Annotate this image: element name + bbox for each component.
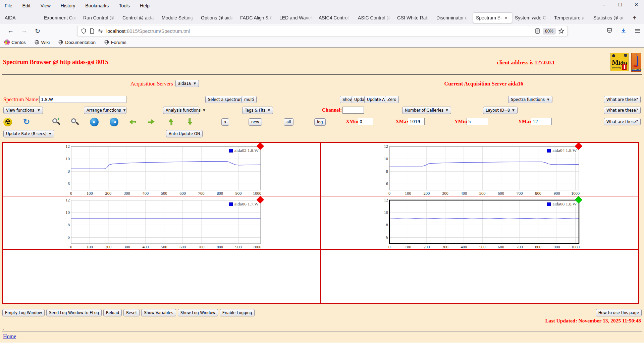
url-bar[interactable]: localhost:8015/Spectrum/Spectrum.tml 80%: [77, 26, 568, 36]
tab-options-aida[interactable]: Options @ aida: [198, 12, 237, 23]
what-are-these-button-2[interactable]: What are these?: [604, 107, 641, 114]
arrow-left-icon[interactable]: [128, 118, 137, 126]
ymin-input[interactable]: [467, 118, 488, 125]
tab-fadc-align-c[interactable]: FADC Align & C: [237, 12, 277, 23]
tags-fits-select[interactable]: Tags & Fits▼: [242, 107, 273, 114]
refresh-icon[interactable]: ↻: [22, 118, 31, 126]
page-info-icon[interactable]: [90, 28, 95, 34]
gallery-cell[interactable]: 01002003004005006007008009001000681012ai…: [321, 142, 639, 196]
tab-module-setting[interactable]: Module Setting: [159, 12, 198, 23]
tab-statistics-ai[interactable]: Statistics @ ai: [591, 12, 630, 23]
log-button[interactable]: log: [314, 118, 326, 126]
analysis-functions-select[interactable]: Analysis functions▼: [163, 107, 199, 114]
menu-view[interactable]: View: [41, 3, 51, 8]
x-button[interactable]: x: [221, 118, 229, 126]
gallery-cell[interactable]: 01002003004005006007008009001000681012ai…: [2, 196, 321, 249]
close-window-icon[interactable]: ✕: [633, 2, 639, 7]
tab-gsi-white-rabb[interactable]: GSI White Rabb: [394, 12, 434, 23]
enable-logging-button[interactable]: Enable Logging: [220, 309, 255, 316]
show-log-window-button[interactable]: Show Log Window: [178, 309, 218, 316]
all-button[interactable]: all: [284, 118, 293, 126]
tab-experiment-con[interactable]: Experiment Con: [41, 12, 80, 23]
what-are-these-button-1[interactable]: What are these?: [604, 96, 641, 103]
spectrum-chart[interactable]: 01002003004005006007008009001000681012ai…: [381, 197, 580, 249]
bookmark-documentation[interactable]: Documentation: [58, 40, 96, 45]
send-log-window-to-elog-button[interactable]: Send Log Window to ELog: [46, 309, 102, 316]
maximize-window-icon[interactable]: ❐: [617, 2, 623, 7]
scroll-up-icon[interactable]: »: [110, 118, 118, 126]
new-tab-button[interactable]: +: [633, 14, 637, 22]
menu-help[interactable]: Help: [140, 3, 150, 8]
auto-update-button[interactable]: Auto Update ON: [166, 130, 203, 137]
reload-button[interactable]: Reload: [103, 309, 122, 316]
arrow-right-icon[interactable]: [147, 118, 156, 126]
gallery-cell[interactable]: 01002003004005006007008009001000681012ai…: [321, 196, 639, 249]
reset-button[interactable]: Reset: [123, 309, 140, 316]
update-rate-select[interactable]: Update Rate (8 secs)▼: [3, 130, 54, 137]
channel-input[interactable]: [342, 107, 364, 114]
tab-spectrum-br[interactable]: Spectrum Br×: [473, 12, 512, 23]
spectrum-chart[interactable]: 01002003004005006007008009001000681012ai…: [62, 197, 262, 249]
downloads-icon[interactable]: [621, 28, 627, 34]
reader-mode-icon[interactable]: [535, 28, 540, 34]
tab-asic-control[interactable]: ASIC Control (@: [355, 12, 394, 23]
gallery-cell-empty[interactable]: [321, 249, 639, 304]
zero-button[interactable]: Zero: [385, 96, 399, 103]
back-button[interactable]: ←: [7, 27, 14, 35]
shield-icon[interactable]: [81, 28, 87, 34]
tab-system-wide-c[interactable]: System wide C: [512, 12, 551, 23]
tab-discriminator-c[interactable]: Discriminator c: [434, 12, 473, 23]
spectra-functions-select[interactable]: Spectra functions▼: [508, 96, 552, 103]
menu-hamburger-icon[interactable]: [635, 28, 641, 34]
home-link[interactable]: Home: [3, 334, 16, 340]
tab-aida[interactable]: AIDA: [2, 12, 41, 23]
url-text[interactable]: localhost:8015/Spectrum/Spectrum.tml: [106, 28, 535, 34]
show-variables-button[interactable]: Show Variables: [141, 309, 176, 316]
spectrum-name-input[interactable]: [39, 96, 126, 103]
how-to-use-button[interactable]: How to use this page: [596, 309, 642, 316]
what-are-these-button-3[interactable]: What are these?: [604, 118, 641, 125]
reload-button[interactable]: ↻: [35, 27, 40, 35]
menu-file[interactable]: File: [5, 3, 12, 8]
new-button[interactable]: new: [249, 118, 262, 126]
empty-log-window-button[interactable]: Empty Log Window: [2, 309, 45, 316]
forward-button[interactable]: →: [21, 27, 28, 35]
tab-control-aida[interactable]: Control @ aida: [120, 12, 159, 23]
tab-close-icon[interactable]: ×: [505, 15, 507, 20]
zoom-level-badge[interactable]: 80%: [543, 28, 556, 35]
acquisition-server-select[interactable]: aida16▼: [175, 80, 199, 87]
tab-run-control[interactable]: Run Control @: [80, 12, 120, 23]
view-functions-select[interactable]: View functions▼: [3, 107, 43, 114]
gallery-cell-empty[interactable]: [2, 249, 321, 304]
arrange-functions-select[interactable]: Arrange functions▼: [84, 107, 126, 114]
menu-edit[interactable]: Edit: [22, 3, 31, 8]
multi-button[interactable]: multi: [241, 96, 257, 103]
menu-history[interactable]: History: [61, 3, 75, 8]
tab-asic4-control[interactable]: ASIC4 Control: [316, 12, 355, 23]
zoom-in-icon[interactable]: +: [52, 118, 61, 126]
scroll-down-icon[interactable]: »: [90, 118, 99, 126]
menu-bookmarks[interactable]: Bookmarks: [85, 3, 109, 8]
menu-tools[interactable]: Tools: [119, 3, 130, 8]
arrow-down-icon[interactable]: [185, 118, 194, 126]
tab-led-and-wavef[interactable]: LED and Wavef: [277, 12, 316, 23]
spectrum-chart[interactable]: 01002003004005006007008009001000681012ai…: [381, 144, 580, 196]
tab-temperature-a[interactable]: Temperature a: [551, 12, 591, 23]
ymax-input[interactable]: [531, 118, 552, 125]
layout-id-select[interactable]: Layout ID=8▼: [483, 107, 518, 114]
xmin-input[interactable]: [358, 118, 373, 125]
radioactive-icon[interactable]: ☢: [3, 118, 12, 126]
gallery-cell[interactable]: 01002003004005006007008009001000681012ai…: [2, 142, 321, 196]
bookmark-wiki[interactable]: Wiki: [35, 40, 50, 45]
permissions-icon[interactable]: [98, 28, 103, 34]
arrow-up-icon[interactable]: [167, 118, 175, 126]
bookmark-centos[interactable]: Centos: [5, 40, 26, 45]
bookmark-star-icon[interactable]: [558, 28, 564, 34]
pocket-icon[interactable]: [606, 28, 612, 34]
minimize-window-icon[interactable]: –: [601, 2, 607, 7]
spectrum-chart[interactable]: 01002003004005006007008009001000681012ai…: [62, 144, 262, 196]
bookmark-forums[interactable]: Forums: [104, 40, 126, 45]
xmax-input[interactable]: [408, 118, 425, 125]
zoom-out-icon[interactable]: −: [71, 118, 79, 126]
number-of-galleries-select[interactable]: Number of Galleries▼: [402, 107, 451, 114]
